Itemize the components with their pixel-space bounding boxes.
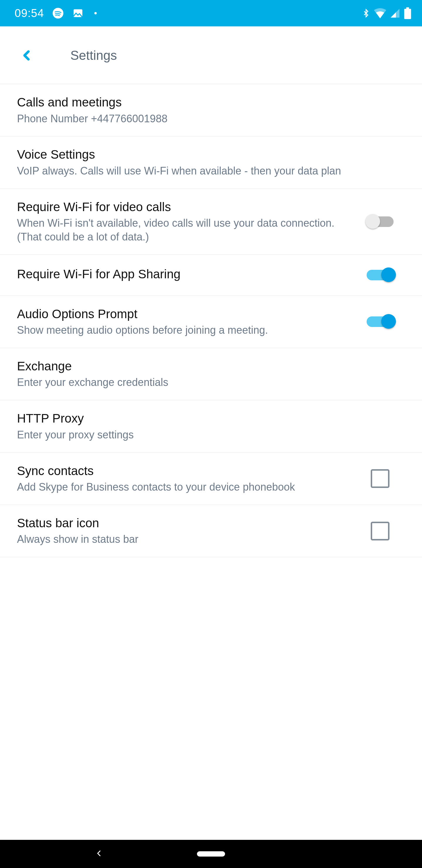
status-left: 09:54 <box>15 7 97 20</box>
setting-item[interactable]: Calls and meetingsPhone Number +44776600… <box>0 84 422 136</box>
status-right <box>362 7 412 19</box>
setting-subtitle: Add Skype for Business contacts to your … <box>17 480 344 494</box>
setting-title: Voice Settings <box>17 147 405 162</box>
setting-title: Exchange <box>17 359 405 374</box>
checkbox[interactable] <box>371 469 389 488</box>
android-nav-bar <box>0 840 422 868</box>
content: Settings Calls and meetingsPhone Number … <box>0 26 422 840</box>
status-bar: 09:54 <box>0 0 422 26</box>
setting-text: Require Wi-Fi for App Sharing <box>17 267 344 284</box>
setting-item[interactable]: HTTP ProxyEnter your proxy settings <box>0 400 422 453</box>
setting-text: Calls and meetingsPhone Number +44776600… <box>17 95 405 125</box>
wifi-icon <box>374 8 386 19</box>
switch-knob <box>365 214 380 229</box>
setting-item[interactable]: Require Wi-Fi for video callsWhen Wi-Fi … <box>0 189 422 255</box>
switch-knob <box>381 268 396 282</box>
setting-subtitle: Show meeting audio options before joinin… <box>17 323 344 337</box>
svg-rect-3 <box>406 7 409 9</box>
setting-title: Sync contacts <box>17 463 344 479</box>
setting-text: Sync contactsAdd Skype for Business cont… <box>17 463 344 494</box>
checkbox[interactable] <box>371 522 389 540</box>
back-button[interactable] <box>21 27 39 84</box>
page-title: Settings <box>70 48 117 63</box>
chevron-left-icon <box>21 47 33 64</box>
setting-title: Calls and meetings <box>17 95 405 110</box>
spotify-icon <box>52 7 64 19</box>
setting-text: Voice SettingsVoIP always. Calls will us… <box>17 147 405 178</box>
setting-control <box>355 522 405 540</box>
toggle-switch[interactable] <box>367 216 394 227</box>
setting-subtitle: VoIP always. Calls will use Wi-Fi when a… <box>17 164 363 178</box>
switch-knob <box>381 314 396 329</box>
setting-item[interactable]: Voice SettingsVoIP always. Calls will us… <box>0 136 422 189</box>
setting-text: ExchangeEnter your exchange credentials <box>17 359 405 390</box>
nav-home-pill[interactable] <box>197 851 225 857</box>
setting-text: Status bar iconAlways show in status bar <box>17 516 344 546</box>
setting-item[interactable]: Require Wi-Fi for App Sharing <box>0 255 422 296</box>
setting-subtitle: Phone Number +447766001988 <box>17 112 363 126</box>
setting-text: Require Wi-Fi for video callsWhen Wi-Fi … <box>17 199 344 244</box>
setting-text: HTTP ProxyEnter your proxy settings <box>17 411 405 442</box>
setting-title: HTTP Proxy <box>17 411 405 426</box>
status-time: 09:54 <box>15 7 44 20</box>
cell-icon <box>390 8 400 19</box>
image-icon <box>72 7 84 19</box>
battery-icon <box>404 7 412 19</box>
setting-title: Require Wi-Fi for App Sharing <box>17 267 344 282</box>
bluetooth-icon <box>362 8 370 19</box>
nav-back-button[interactable] <box>95 849 103 859</box>
setting-item[interactable]: Status bar iconAlways show in status bar <box>0 505 422 557</box>
setting-subtitle: When Wi-Fi isn't available, video calls … <box>17 216 344 244</box>
setting-control <box>355 316 405 327</box>
setting-control <box>355 469 405 488</box>
setting-subtitle: Enter your exchange credentials <box>17 376 363 390</box>
dot-icon <box>94 12 97 14</box>
setting-item[interactable]: Audio Options PromptShow meeting audio o… <box>0 296 422 348</box>
setting-title: Require Wi-Fi for video calls <box>17 199 344 215</box>
setting-control <box>355 270 405 280</box>
toggle-switch[interactable] <box>367 270 394 280</box>
svg-rect-2 <box>404 9 411 19</box>
setting-control <box>355 216 405 227</box>
toggle-switch[interactable] <box>367 316 394 327</box>
setting-title: Audio Options Prompt <box>17 306 344 322</box>
chevron-left-icon <box>95 849 103 858</box>
setting-text: Audio Options PromptShow meeting audio o… <box>17 306 344 337</box>
app-bar: Settings <box>0 27 422 84</box>
setting-item[interactable]: ExchangeEnter your exchange credentials <box>0 348 422 400</box>
setting-title: Status bar icon <box>17 516 344 531</box>
settings-list: Calls and meetingsPhone Number +44776600… <box>0 84 422 557</box>
setting-subtitle: Always show in status bar <box>17 532 344 546</box>
setting-subtitle: Enter your proxy settings <box>17 428 363 442</box>
setting-item[interactable]: Sync contactsAdd Skype for Business cont… <box>0 453 422 505</box>
